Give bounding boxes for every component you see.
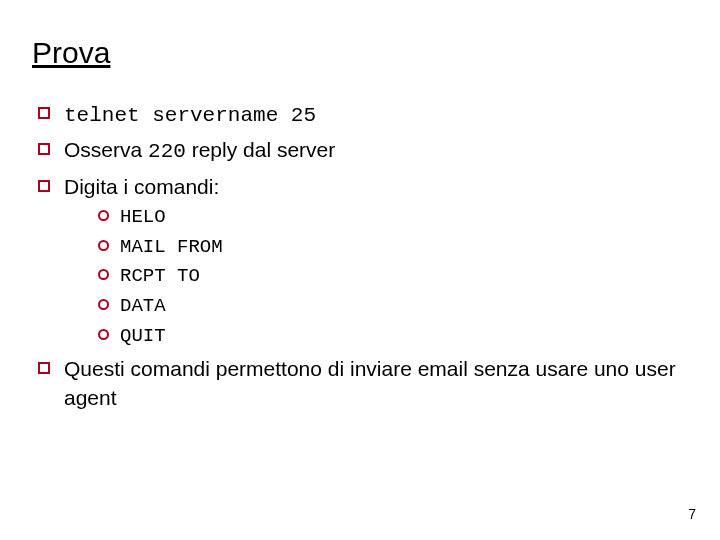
commands-list: HELO MAIL FROM RCPT TO DATA QUIT [98,205,688,349]
slide: Prova telnet servername 25 Osserva 220 r… [0,0,720,540]
bullet-osserva: Osserva 220 reply dal server [38,136,688,166]
cmd-data: DATA [98,294,688,320]
bullet-telnet: telnet servername 25 [38,100,688,130]
cmd-helo: HELO [98,205,688,231]
page-title: Prova [32,36,688,70]
digita-text: Digita i comandi: [64,175,219,198]
telnet-command: telnet servername 25 [64,104,316,127]
osserva-post: reply dal server [186,138,335,161]
reply-code: 220 [148,140,186,163]
bullet-summary: Questi comandi permettono di inviare ema… [38,355,688,412]
cmd-rcpt-to: RCPT TO [98,264,688,290]
page-number: 7 [688,506,696,522]
cmd-mail-from: MAIL FROM [98,235,688,261]
osserva-pre: Osserva [64,138,148,161]
top-list: telnet servername 25 Osserva 220 reply d… [38,100,688,412]
bullet-digita: Digita i comandi: HELO MAIL FROM RCPT TO… [38,173,688,350]
cmd-quit: QUIT [98,324,688,350]
